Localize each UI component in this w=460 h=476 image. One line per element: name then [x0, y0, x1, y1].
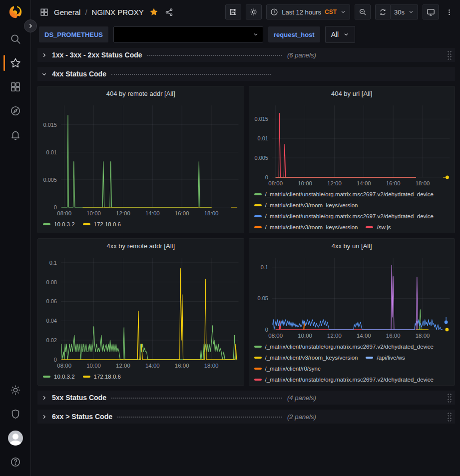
refresh-interval-label: 30s — [394, 8, 405, 16]
variable-label-request-host[interactable]: request_host — [268, 26, 320, 42]
sidebar-item-explore[interactable] — [5, 101, 25, 121]
sidebar-item-server-admin[interactable] — [5, 404, 25, 424]
time-range-picker[interactable]: Last 12 hours CST — [266, 4, 350, 19]
chevron-right-icon — [27, 23, 33, 29]
chevron-down-icon — [408, 9, 414, 15]
legend-label: /sw.js — [377, 223, 391, 231]
request-host-value: All — [331, 30, 339, 38]
svg-text:14:00: 14:00 — [356, 180, 371, 186]
row-dots-leader — [117, 417, 282, 418]
legend-item[interactable]: /_matrix/client/v3/room_keys/version — [254, 354, 358, 362]
refresh-interval-select[interactable]: 30s — [390, 4, 418, 19]
sidebar-item-starred[interactable] — [5, 53, 25, 73]
panel-title[interactable]: 404 by uri [All] — [249, 86, 455, 100]
timezone-label: CST — [325, 8, 337, 15]
legend-swatch — [254, 226, 262, 228]
row-header-6xx[interactable]: 6xx > Status Code (2 panels) — [37, 410, 455, 424]
legend-label: /_matrix/client/v3/room_keys/version — [265, 201, 358, 209]
legend-item[interactable]: /_matrix/client/r0/sync — [254, 365, 321, 373]
more-options-button[interactable] — [444, 8, 455, 16]
star-outline-icon — [10, 57, 21, 68]
svg-text:12:00: 12:00 — [116, 363, 130, 369]
apps-grid-button[interactable] — [39, 7, 49, 17]
sidebar-expand-button[interactable] — [24, 19, 37, 32]
legend-label: 10.0.3.2 — [54, 220, 75, 228]
zoom-out-button[interactable] — [355, 4, 371, 19]
sidebar-item-dashboards[interactable] — [5, 77, 25, 97]
svg-text:12:00: 12:00 — [327, 180, 342, 186]
sidebar — [0, 0, 31, 476]
time-series-chart[interactable]: 00.0050.010.01508:0010:0012:0014:0016:00… — [38, 100, 244, 218]
legend-label: /_matrix/client/r0/sync — [265, 365, 321, 373]
legend-label: 172.18.0.6 — [94, 220, 121, 228]
legend-swatch — [366, 226, 373, 228]
legend-item[interactable]: /_matrix/client/unstable/org.matrix.msc2… — [254, 376, 434, 384]
legend-item[interactable]: /sw.js — [366, 223, 391, 231]
panel-title[interactable]: 404 by remote addr [All] — [38, 86, 244, 100]
share-icon — [165, 8, 173, 16]
row-header-1xx-3xx-2xx[interactable]: 1xx - 3xx - 2xx Status Code (6 panels) — [37, 48, 455, 62]
row-drag-handle[interactable] — [447, 50, 452, 60]
svg-text:14:00: 14:00 — [356, 333, 371, 339]
shield-icon — [10, 409, 21, 420]
legend-item[interactable]: 172.18.0.6 — [83, 373, 121, 381]
avatar — [8, 431, 23, 446]
legend-item[interactable]: 10.0.3.2 — [43, 220, 75, 228]
svg-text:12:00: 12:00 — [327, 333, 342, 339]
panel-title[interactable]: 4xx by uri [All] — [249, 239, 455, 253]
legend-item[interactable]: /_matrix/client/unstable/org.matrix.msc2… — [254, 343, 434, 351]
svg-text:10:00: 10:00 — [86, 363, 101, 369]
variable-label-ds-prometheus[interactable]: DS_PROMETHEUS — [39, 26, 108, 42]
legend-item[interactable]: /_matrix/client/v3/room_keys/version — [254, 201, 358, 209]
panel-title[interactable]: 4xx by remote addr [All] — [38, 239, 244, 253]
panel-grid: 404 by remote addr [All] 00.0050.010.015… — [37, 86, 455, 386]
sidebar-item-configuration[interactable] — [5, 380, 25, 400]
refresh-button[interactable] — [375, 4, 390, 19]
gear-icon — [10, 385, 21, 396]
row-header-5xx[interactable]: 5xx Status Code (4 panels) — [37, 391, 455, 405]
share-button[interactable] — [164, 7, 174, 17]
sidebar-item-help[interactable] — [5, 452, 25, 472]
time-series-chart[interactable]: 00.050.108:0010:0012:0014:0016:0018:00 — [249, 253, 455, 341]
request-host-value-dropdown[interactable]: All — [325, 26, 356, 43]
apps-grid-icon — [40, 8, 48, 16]
time-series-chart[interactable]: 00.020.040.060.080.108:0010:0012:0014:00… — [38, 253, 244, 371]
svg-text:16:00: 16:00 — [386, 333, 400, 339]
row-header-4xx[interactable]: 4xx Status Code — [37, 67, 455, 81]
breadcrumb-section[interactable]: General — [54, 8, 80, 16]
grafana-logo[interactable] — [8, 4, 23, 19]
clock-icon — [270, 8, 278, 16]
save-dashboard-button[interactable] — [225, 4, 241, 19]
svg-text:10:00: 10:00 — [298, 333, 312, 339]
row-drag-handle[interactable] — [447, 393, 452, 403]
legend-label: /api/live/ws — [377, 354, 405, 362]
row-title: 6xx > Status Code — [52, 413, 112, 421]
svg-text:0.02: 0.02 — [46, 337, 57, 343]
legend-item[interactable]: 10.0.3.2 — [43, 373, 75, 381]
favorite-star-button[interactable] — [148, 6, 159, 17]
svg-text:0.005: 0.005 — [43, 177, 57, 183]
sidebar-item-profile[interactable] — [5, 428, 25, 448]
chevron-right-icon — [41, 414, 48, 420]
sidebar-item-alerting[interactable] — [5, 125, 25, 145]
legend-swatch — [366, 357, 373, 359]
datasource-value-dropdown[interactable] — [113, 26, 263, 42]
row-title: 1xx - 3xx - 2xx Status Code — [52, 51, 142, 59]
dashboard-settings-button[interactable] — [246, 4, 262, 19]
legend-item[interactable]: 172.18.0.6 — [83, 220, 121, 228]
refresh-icon — [379, 8, 387, 16]
legend-item[interactable]: /_matrix/client/v3/room_keys/version — [254, 223, 358, 231]
panel-404-by-uri: 404 by uri [All] 00.0050.010.01508:0010:… — [249, 86, 456, 233]
sidebar-item-search[interactable] — [5, 29, 25, 49]
legend-swatch — [254, 357, 262, 359]
legend-item[interactable]: /_matrix/client/unstable/org.matrix.msc2… — [254, 190, 434, 198]
search-icon — [10, 33, 21, 44]
time-series-chart[interactable]: 00.0050.010.01508:0010:0012:0014:0016:00… — [249, 100, 455, 188]
chart-legend: 10.0.3.2172.18.0.6 — [38, 371, 244, 385]
svg-text:10:00: 10:00 — [86, 210, 101, 216]
row-drag-handle[interactable] — [447, 412, 452, 422]
legend-item[interactable]: /_matrix/client/unstable/org.matrix.msc2… — [254, 212, 434, 220]
legend-item[interactable]: /api/live/ws — [366, 354, 405, 362]
tv-mode-button[interactable] — [423, 4, 439, 19]
refresh-group: 30s — [375, 4, 418, 19]
